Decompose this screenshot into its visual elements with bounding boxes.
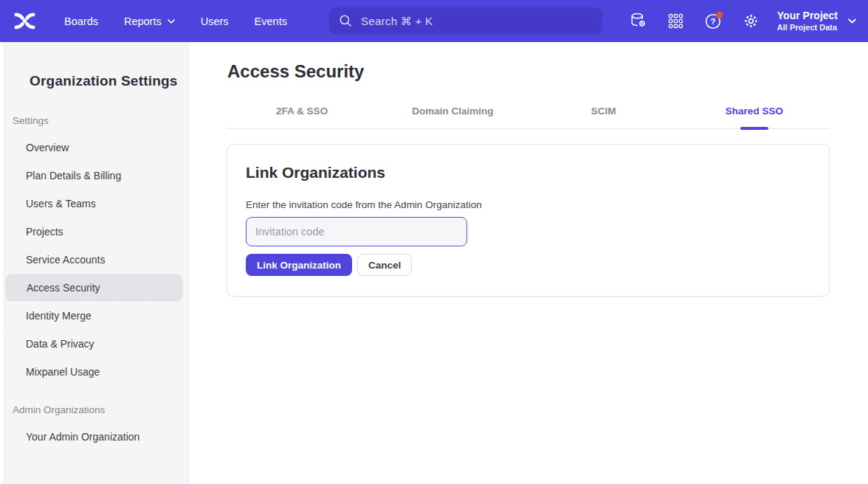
primary-nav: Boards Reports Users Events (64, 15, 287, 27)
nav-boards[interactable]: Boards (64, 15, 98, 27)
project-selector[interactable]: Your Project All Project Data (777, 9, 838, 32)
invitation-code-label: Enter the invitation code from the Admin… (246, 199, 810, 210)
top-nav: Boards Reports Users Events Search ⌘ + K (0, 0, 868, 42)
invitation-code-input[interactable] (246, 217, 467, 246)
nav-events[interactable]: Events (255, 15, 287, 27)
tab-domain-claiming[interactable]: Domain Claiming (377, 100, 528, 128)
settings-sidebar: Organization Settings Settings Overview … (0, 42, 189, 484)
sidebar-item-overview[interactable]: Overview (0, 134, 188, 162)
page-title: Access Security (227, 61, 868, 82)
nav-reports-label: Reports (124, 15, 162, 27)
nav-users[interactable]: Users (201, 15, 229, 27)
link-organization-button[interactable]: Link Organization (246, 254, 352, 276)
project-chevron-down-icon[interactable] (848, 18, 856, 24)
sidebar-item-your-admin-organization[interactable]: Your Admin Organization (0, 423, 188, 451)
sidebar-item-mixpanel-usage[interactable]: Mixpanel Usage (0, 358, 188, 386)
project-name: Your Project (777, 9, 838, 22)
nav-right-group: ? Your Project All Project Data (629, 9, 856, 32)
sidebar-item-access-security[interactable]: Access Security (6, 274, 182, 301)
sidebar-section-admin-organizations: Admin Organizations (13, 404, 188, 415)
mixpanel-logo[interactable] (13, 11, 37, 32)
cancel-button[interactable]: Cancel (357, 254, 412, 276)
apps-grid-icon[interactable] (666, 11, 686, 30)
sidebar-title: Organization Settings (30, 73, 188, 89)
help-circle-icon[interactable]: ? (704, 11, 723, 30)
search-input[interactable]: Search ⌘ + K (329, 7, 602, 35)
sidebar-item-data-privacy[interactable]: Data & Privacy (0, 330, 188, 358)
sidebar-item-projects[interactable]: Projects (0, 218, 188, 246)
sidebar-section-settings: Settings (13, 115, 188, 126)
tab-shared-sso[interactable]: Shared SSO (679, 100, 830, 128)
search-placeholder: Search ⌘ + K (361, 15, 433, 28)
sidebar-item-users-teams[interactable]: Users & Teams (0, 190, 188, 218)
tab-2fa-sso[interactable]: 2FA & SSO (227, 100, 377, 128)
main-content: Access Security 2FA & SSO Domain Claimin… (189, 42, 868, 484)
sidebar-item-identity-merge[interactable]: Identity Merge (0, 302, 188, 330)
card-title: Link Organizations (246, 164, 810, 182)
link-organizations-card: Link Organizations Enter the invitation … (227, 144, 830, 297)
card-actions: Link Organization Cancel (246, 254, 810, 276)
svg-text:?: ? (710, 18, 715, 27)
mixpanel-logo-icon (13, 11, 36, 31)
app: Boards Reports Users Events Search ⌘ + K (0, 0, 868, 484)
project-subtitle: All Project Data (777, 22, 838, 32)
search-icon (339, 14, 353, 28)
sidebar-item-plan-details-billing[interactable]: Plan Details & Billing (0, 162, 188, 190)
gear-icon[interactable] (742, 11, 761, 30)
notification-badge (716, 12, 723, 18)
sidebar-item-service-accounts[interactable]: Service Accounts (0, 246, 188, 274)
chevron-down-icon (168, 19, 175, 24)
nav-reports[interactable]: Reports (124, 15, 175, 27)
database-gear-icon[interactable] (629, 11, 648, 30)
tab-bar: 2FA & SSO Domain Claiming SCIM Shared SS… (227, 100, 830, 129)
tab-scim[interactable]: SCIM (528, 100, 679, 128)
